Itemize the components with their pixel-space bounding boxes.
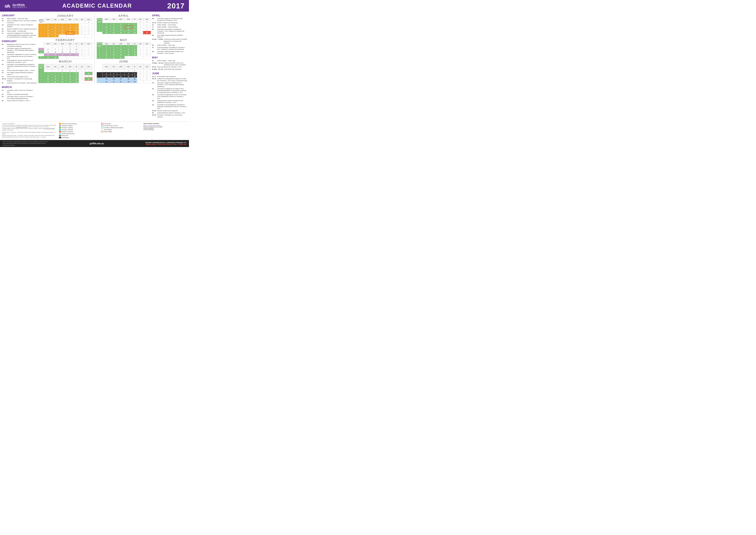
td-9: 9 xyxy=(66,48,74,51)
td xyxy=(143,56,150,59)
td-22: 22 xyxy=(85,29,92,32)
td-19: 19 xyxy=(66,29,74,32)
td-13: 13 xyxy=(137,48,144,51)
td-23: 23 xyxy=(143,29,150,31)
list-item: 12Last date for accessing/being nominate… xyxy=(2,64,37,69)
list-item: 31Last day for lodgement of Credit for P… xyxy=(2,32,37,38)
td-8: 8 xyxy=(59,72,66,75)
other-cal-link-1[interactable]: griffith.edu.au/academiccalendar xyxy=(144,125,161,126)
td-7: 7 xyxy=(117,72,125,75)
td xyxy=(111,70,117,72)
td-4: 4 xyxy=(79,45,85,48)
col-sun: sun xyxy=(85,18,92,21)
td-2: 2 xyxy=(111,45,117,48)
td-6: 6 xyxy=(111,72,117,75)
td-18: 18 xyxy=(79,51,85,53)
cal-row-2: FEBRUARY 9 10 T11 mon tue wed xyxy=(39,38,150,59)
other-calendars: Other Academic Calendars griffith.edu.au… xyxy=(144,123,187,139)
td: 1 xyxy=(137,20,144,23)
february-grid: mon tue wed thur fri sat sun 1 2 xyxy=(44,42,92,59)
td-16: 16 xyxy=(132,75,137,78)
td-21: 21 xyxy=(79,29,85,32)
col-fri: fri xyxy=(74,42,79,45)
may-cal-title: MAY xyxy=(97,38,150,42)
col-thur: thur xyxy=(66,18,74,21)
footnotes: * Subject to final approval # Final date… xyxy=(2,123,57,139)
td: 3 xyxy=(74,70,79,72)
td-18: 18 xyxy=(125,51,132,53)
td xyxy=(79,21,85,24)
td-17: 17 xyxy=(74,75,79,78)
td-25: 25 xyxy=(143,78,150,80)
td-19: 19 xyxy=(132,51,137,53)
td-21: 21 xyxy=(52,53,59,56)
week-8a: 8 xyxy=(97,29,102,32)
td: 1 xyxy=(85,21,92,24)
right-events-column: APRIL 09Last date to apply for Readmissi… xyxy=(152,14,187,120)
td-25: 25 xyxy=(59,32,66,35)
td-23: 23 xyxy=(66,53,74,56)
td xyxy=(66,56,74,59)
page-title: ACADEMIC CALENDAR xyxy=(27,3,167,9)
week-7a: 7 xyxy=(97,26,102,29)
list-item: 18Last date for accessing/being nominate… xyxy=(152,104,187,109)
list-item: 15 May – 04 JunExperienceGriffith Course… xyxy=(152,62,187,66)
april-right-title: APRIL xyxy=(152,14,187,17)
td-11: 11 xyxy=(59,26,66,29)
td-27: 27 xyxy=(44,56,52,59)
td-16: 16 xyxy=(66,51,74,53)
td xyxy=(125,56,132,59)
td-15: 15 xyxy=(85,26,92,29)
week-exam-j xyxy=(97,72,102,75)
td-12: 12 xyxy=(85,48,92,51)
legend-box-vacation xyxy=(59,133,61,134)
january-section: JANUARY 02Public Holiday – New Year's Da… xyxy=(2,14,37,38)
td xyxy=(132,20,137,23)
td-18: 18 xyxy=(143,75,150,78)
list-item: 09Last date to apply for Readmission aft… xyxy=(152,18,187,21)
col-tue: tue xyxy=(111,18,117,20)
td-4: 4 xyxy=(59,24,66,26)
legend-col-2: Census date Last date to add a course La… xyxy=(101,123,141,139)
td-25: 25 xyxy=(111,31,117,34)
td-20: 20 xyxy=(44,53,52,56)
td-19: 19 xyxy=(85,51,92,53)
td xyxy=(66,21,74,24)
td-21: 21 xyxy=(132,29,137,31)
col-wed: wed xyxy=(59,64,66,70)
other-cals-title: Other Academic Calendars xyxy=(144,123,187,124)
legend-exam: Examinations xyxy=(59,137,99,138)
col-thur: thur xyxy=(125,64,132,70)
td-21: 21 xyxy=(143,51,150,53)
td-29: 29 xyxy=(85,32,92,35)
april-right-section: APRIL 09Last date to apply for Readmissi… xyxy=(152,14,187,54)
list-item: 16Orientation for Year 1 Doctor of Medic… xyxy=(2,24,37,28)
col-sat: sat xyxy=(79,42,85,45)
td-14: 14 xyxy=(132,26,137,29)
td-26-census: 26 xyxy=(66,32,74,35)
week-vac-j2 xyxy=(97,80,102,83)
td-8: 8 xyxy=(125,72,132,75)
list-item: 24 Apr – 14 MayContinuous review period … xyxy=(152,38,187,44)
march-grid: mon tue wed thur fri sat sun 1 2 xyxy=(44,64,92,83)
td-28: 28 xyxy=(52,56,59,59)
td-31: 31 xyxy=(117,56,125,59)
april-grid: mon tue wed thur fri sat sun xyxy=(102,18,150,34)
td-10: 10 xyxy=(102,26,111,29)
footer-website: griffith.edu.au xyxy=(90,142,104,145)
may-right-section: MAY 01Public Holiday – Labour Day 15 May… xyxy=(152,56,187,70)
list-item: 01Public Holiday – Labour Day xyxy=(152,60,187,62)
td-17: 17 xyxy=(102,29,111,31)
week-header-m: TRIMESTER 1TEACHING WEEK xyxy=(97,42,102,48)
march-title: MARCH xyxy=(2,86,37,89)
col-sat: sat xyxy=(137,18,144,20)
january-cal-title: JANUARY xyxy=(39,14,92,17)
list-item: 27Commencement of Trimester 1 (all campu… xyxy=(2,82,37,84)
list-item: 30Last date to withdraw without failure … xyxy=(152,51,187,54)
td xyxy=(59,21,66,24)
april-week-col: TRIMESTER 1TEACHING WEEK 6 7 8 xyxy=(97,18,102,34)
td-8: 8 xyxy=(102,48,111,51)
list-item: 27Final Examination Timetable for Trimes… xyxy=(152,46,187,50)
td-9: 9 xyxy=(111,48,117,51)
td-26: 26 xyxy=(85,78,92,80)
